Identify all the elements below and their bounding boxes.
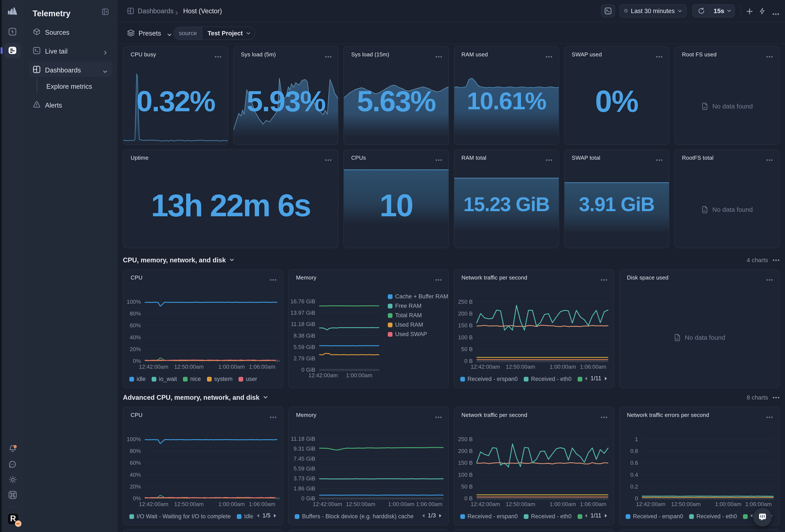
svg-text:0%: 0% xyxy=(133,358,141,364)
svg-text:5.59 GiB: 5.59 GiB xyxy=(294,344,315,350)
svg-text:12:42:00am: 12:42:00am xyxy=(139,501,168,507)
svg-text:8.38 GiB: 8.38 GiB xyxy=(294,332,315,339)
svg-text:150 B: 150 B xyxy=(458,459,473,466)
svg-text:1:06:00am: 1:06:00am xyxy=(249,364,275,370)
svg-text:200 B: 200 B xyxy=(458,448,473,454)
svg-text:1:06:00am: 1:06:00am xyxy=(745,501,772,507)
svg-text:12:50:00am: 12:50:00am xyxy=(174,501,204,507)
svg-text:1:00:00am: 1:00:00am xyxy=(218,364,245,370)
svg-text:1.86 GiB: 1.86 GiB xyxy=(294,485,315,492)
svg-text:40%: 40% xyxy=(130,472,141,478)
svg-text:0: 0 xyxy=(635,495,638,502)
svg-text:100 B: 100 B xyxy=(458,472,473,478)
svg-text:13.97 GiB: 13.97 GiB xyxy=(290,310,315,316)
svg-text:1:00:00am: 1:00:00am xyxy=(346,372,372,378)
svg-text:40%: 40% xyxy=(130,334,141,341)
svg-text:1: 1 xyxy=(635,436,638,443)
svg-text:100%: 100% xyxy=(127,299,141,305)
svg-text:12:50:00am: 12:50:00am xyxy=(346,501,375,507)
svg-text:1:06:00am: 1:06:00am xyxy=(416,501,442,507)
svg-text:12:50:00am: 12:50:00am xyxy=(506,364,535,370)
svg-text:12:42:00am: 12:42:00am xyxy=(471,364,500,370)
svg-text:100 B: 100 B xyxy=(458,334,473,341)
svg-text:0.2: 0.2 xyxy=(630,483,638,490)
svg-text:11.18 GiB: 11.18 GiB xyxy=(291,435,315,442)
svg-text:20%: 20% xyxy=(130,346,141,352)
svg-text:1:00:00am: 1:00:00am xyxy=(550,501,576,507)
svg-text:1:06:00am: 1:06:00am xyxy=(580,364,606,370)
svg-text:50 B: 50 B xyxy=(461,483,473,490)
svg-text:100%: 100% xyxy=(127,436,141,443)
svg-text:12:42:00am: 12:42:00am xyxy=(139,364,168,370)
svg-text:80%: 80% xyxy=(130,448,141,454)
svg-text:12:42:00am: 12:42:00am xyxy=(636,501,665,507)
svg-text:1:00:00am: 1:00:00am xyxy=(388,501,414,507)
svg-text:12:50:00am: 12:50:00am xyxy=(174,364,204,370)
svg-text:250 B: 250 B xyxy=(458,299,473,305)
svg-text:0%: 0% xyxy=(133,495,141,502)
svg-text:12:50:00am: 12:50:00am xyxy=(671,501,701,507)
svg-text:11.18 GiB: 11.18 GiB xyxy=(291,321,315,327)
svg-text:0.4: 0.4 xyxy=(630,472,638,478)
svg-text:1:00:00am: 1:00:00am xyxy=(550,364,576,370)
svg-text:200 B: 200 B xyxy=(458,310,473,317)
svg-text:12:42:00am: 12:42:00am xyxy=(313,501,342,507)
svg-text:7.45 GiB: 7.45 GiB xyxy=(294,455,315,462)
svg-text:20%: 20% xyxy=(130,483,141,490)
svg-text:0.6: 0.6 xyxy=(630,459,638,466)
svg-text:50 B: 50 B xyxy=(461,346,473,352)
svg-text:1:06:00am: 1:06:00am xyxy=(580,501,606,507)
svg-text:250 B: 250 B xyxy=(458,436,473,443)
svg-text:16.76 GiB: 16.76 GiB xyxy=(290,298,315,304)
svg-text:0.8: 0.8 xyxy=(630,448,638,454)
svg-text:12:50:00am: 12:50:00am xyxy=(506,501,535,507)
svg-text:80%: 80% xyxy=(130,310,141,317)
svg-text:5.59 GiB: 5.59 GiB xyxy=(294,466,315,472)
svg-text:0 B: 0 B xyxy=(464,358,473,364)
svg-text:2.79 GiB: 2.79 GiB xyxy=(294,355,315,362)
svg-text:12:42:00am: 12:42:00am xyxy=(308,372,338,378)
svg-text:0 B: 0 B xyxy=(464,495,473,502)
svg-text:1:00:00am: 1:00:00am xyxy=(715,501,741,507)
svg-text:3.73 GiB: 3.73 GiB xyxy=(294,475,315,482)
svg-text:12:42:00am: 12:42:00am xyxy=(471,501,500,507)
svg-text:0 GiB: 0 GiB xyxy=(301,495,315,502)
svg-text:1:00:00am: 1:00:00am xyxy=(218,501,245,507)
svg-text:1:06:00am: 1:06:00am xyxy=(249,501,275,507)
svg-text:9.31 GiB: 9.31 GiB xyxy=(294,445,315,452)
svg-text:60%: 60% xyxy=(130,322,141,328)
svg-text:150 B: 150 B xyxy=(458,322,473,328)
svg-text:60%: 60% xyxy=(130,459,141,466)
